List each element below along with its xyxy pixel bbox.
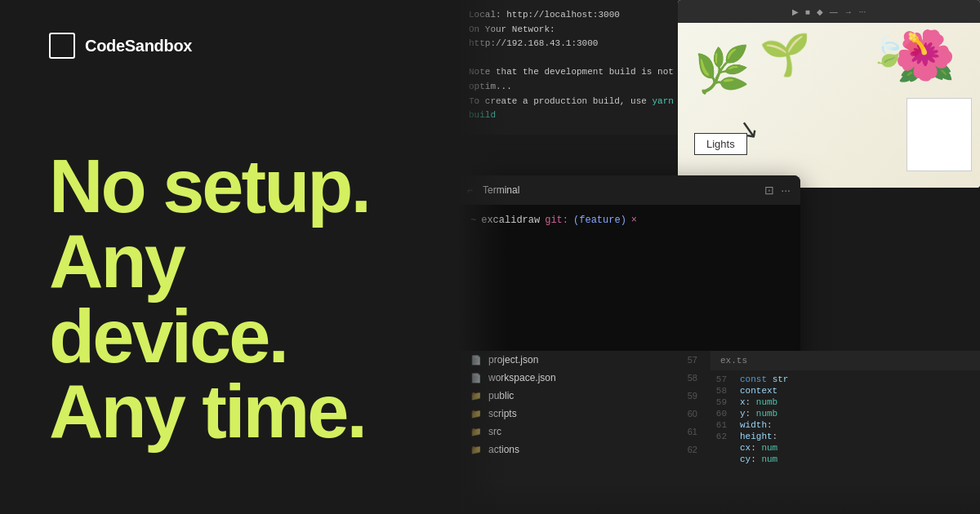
toolbar-icons: ▶ ■ ◆ — → ··· — [678, 0, 980, 23]
code-header: ex.ts — [710, 351, 980, 370]
prompt-git-label: git: — [545, 215, 568, 226]
logo-text: CodeSandbox — [85, 37, 192, 55]
code-line-62: 62 height: — [710, 431, 980, 442]
right-panel: Local: http://localhost:3000 On Your Net… — [457, 0, 980, 514]
headline: No setup. Any device. Any time. — [49, 148, 425, 449]
prompt-dirty-indicator: × — [631, 215, 637, 226]
terminal-controls: ⊡ ··· — [764, 184, 791, 197]
logo-area: CodeSandbox — [49, 33, 425, 59]
logo-icon — [49, 33, 75, 59]
design-canvas: 🌿 🌱 🌺 🍃 ↘ Lights — [678, 23, 980, 188]
terminal-body: ~ excalidraw git: (feature) × — [457, 205, 800, 236]
arrow-tool-icon: — — [830, 7, 838, 16]
design-window: ▶ ■ ◆ — → ··· 🌿 🌱 🌺 🍃 ↘ Lights — [678, 0, 980, 188]
diamond-tool-icon: ◆ — [817, 7, 823, 16]
left-gradient-overlay — [457, 0, 506, 514]
line-number-62: 62 — [688, 445, 697, 454]
plant-decor-2: 🌱 — [760, 31, 810, 78]
arrow-right-icon: → — [844, 7, 853, 16]
line-number-60: 60 — [688, 409, 697, 419]
left-panel: CodeSandbox No setup. Any device. Any ti… — [0, 0, 474, 514]
headline-line-3: Any time. — [49, 374, 425, 449]
bottom-gradient-overlay — [457, 481, 980, 514]
plant-decor-1: 🌿 — [694, 43, 751, 96]
code-line-cx: cx: num — [710, 442, 980, 454]
code-line-59: 59 x: numb — [710, 397, 980, 408]
line-number-59: 59 — [688, 391, 697, 401]
terminal-titlebar: ⌐ Terminal ⊡ ··· — [457, 175, 800, 205]
code-line-58: 58 context — [710, 385, 980, 397]
terminal-prompt: ~ excalidraw git: (feature) × — [470, 215, 787, 226]
line-number-61: 61 — [688, 427, 697, 436]
prompt-branch: (feature) — [573, 215, 626, 226]
more-icon: ··· — [859, 7, 866, 16]
terminal-more-icon[interactable]: ··· — [781, 184, 791, 197]
terminal-expand-icon[interactable]: ⊡ — [764, 184, 774, 197]
code-filename: ex.ts — [720, 356, 747, 366]
line-number-57: 57 — [688, 355, 697, 365]
line-number-58: 58 — [688, 373, 697, 383]
headline-line-1: No setup. — [49, 148, 425, 224]
play-icon: ▶ — [792, 7, 799, 16]
terminal-title: Terminal — [483, 184, 758, 196]
code-lines: 57 const str 58 context 59 x: numb 60 y:… — [710, 370, 980, 468]
white-card — [906, 98, 972, 171]
code-line-cy: cy: num — [710, 454, 980, 465]
code-line-60: 60 y: numb — [710, 408, 980, 419]
stop-icon: ■ — [805, 7, 810, 16]
design-toolbar: ▶ ■ ◆ — → ··· — [678, 0, 980, 23]
code-line-57: 57 const str — [710, 374, 980, 385]
plant-decor-4: 🍃 — [871, 35, 906, 69]
lights-label: Lights — [694, 133, 747, 155]
code-line-61: 61 width: — [710, 419, 980, 431]
headline-line-2: Any device. — [49, 224, 425, 374]
